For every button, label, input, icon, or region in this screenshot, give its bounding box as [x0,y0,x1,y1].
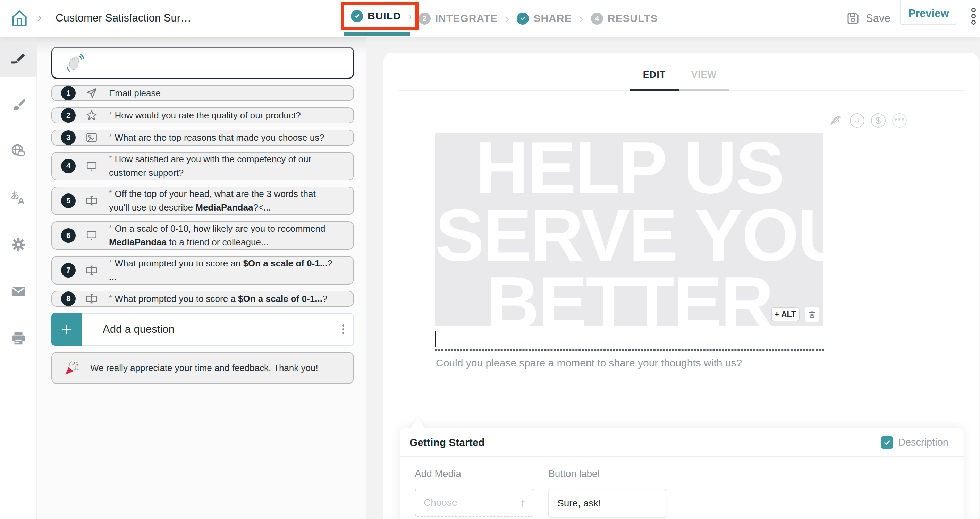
more-ellipsis-icon[interactable]: ••• [892,113,907,128]
star-icon [85,109,98,121]
add-media-label: Add Media [415,468,535,479]
monitor-icon [85,229,98,242]
sidebar-item-email[interactable] [0,271,37,311]
question-row-2[interactable]: 2*How would you rate the quality of our … [51,107,354,123]
edit-pencil-icon [10,49,26,65]
question-text: Email please [109,86,338,100]
question-list-panel: 1Email please2*How would you rate the qu… [37,37,366,519]
check-icon [883,438,891,447]
settings-gear-icon [10,236,26,252]
required-asterisk: * [109,294,112,302]
question-row-8[interactable]: 8*What prompted you to score a $On a sca… [51,291,354,307]
build-step-underline [344,32,410,37]
step-label: SHARE [533,13,571,24]
question-row-7[interactable]: 7*What prompted you to score an $On a sc… [51,256,354,284]
textfield-icon [85,292,98,305]
step-share[interactable]: SHARE [517,13,571,25]
step-label: BUILD [368,10,401,22]
trash-icon[interactable] [805,307,819,322]
sidebar-item-edit-pencil[interactable] [0,37,37,77]
editor-toolbar: $••• [829,113,907,128]
save-floppy-icon [846,11,860,26]
question-row-6[interactable]: 6*On a scale of 0-10, how likely are you… [51,221,354,250]
step-integrate[interactable]: 2INTEGRATE [418,13,498,25]
add-alt-text-button[interactable]: + ALT [771,307,800,321]
ai-quill-icon[interactable] [829,113,843,128]
plus-icon: + [51,313,82,346]
button-label-input[interactable] [548,489,666,518]
preview-button[interactable]: Preview [900,0,958,25]
thank-you-text: We really appreciate your time and feedb… [90,361,340,375]
question-row-1[interactable]: 1Email please [51,85,354,101]
panel-title: Getting Started [409,437,485,449]
thank-you-card[interactable]: We really appreciate your time and feedb… [51,352,354,384]
step-build[interactable]: BUILD› [341,2,418,30]
required-asterisk: * [109,133,112,141]
tab-view[interactable]: VIEW [679,69,729,80]
question-row-4[interactable]: 4*How satisfied are you with the compete… [51,152,354,180]
editor-canvas: EDIT VIEW $••• HELP US SERVE YOU BETTER … [366,37,980,519]
question-number: 5 [61,193,76,208]
step-check-icon [517,13,529,25]
question-number: 6 [61,228,76,243]
dashed-separator [435,350,824,351]
question-description-text[interactable]: Could you please spare a moment to share… [436,357,742,369]
upload-arrow-icon: ↑ [520,497,525,509]
waving-hand-icon [63,52,85,74]
question-text: *What are the top reasons that made you … [109,131,338,145]
question-row-5[interactable]: 5*Off the top of your head, what are the… [51,187,354,215]
question-row-3[interactable]: 3*What are the top reasons that made you… [51,129,354,145]
monitor-icon [85,160,98,172]
question-number: 7 [61,263,76,278]
kebab-menu-icon[interactable] [971,8,976,25]
step-number: 4 [591,13,603,25]
print-icon [10,331,26,347]
party-popper-icon [62,358,81,378]
step-chevron-icon: › [579,12,583,26]
textfield-icon [85,195,98,207]
globe-language-icon [10,143,26,159]
save-label: Save [866,12,891,25]
save-button[interactable]: Save [846,0,891,37]
step-results[interactable]: 4RESULTS [591,13,658,25]
emoji-smiley-icon[interactable] [850,113,864,128]
question-text: *How would you rate the quality of our p… [109,109,338,122]
sidebar-item-theme-brush[interactable] [0,84,37,124]
choose-placeholder: Choose [424,497,457,508]
description-toggle-label: Description [898,437,948,448]
add-question-button[interactable]: + Add a question [51,313,354,346]
tab-edit[interactable]: EDIT [630,69,679,80]
paper-plane-icon [85,87,98,99]
sidebar-item-settings-gear[interactable] [0,224,37,265]
question-number: 2 [61,108,76,123]
question-number: 4 [61,159,76,173]
sidebar-item-translate[interactable]: あA [0,177,37,218]
required-asterisk: * [109,188,112,197]
panel-notch [410,418,426,429]
home-icon[interactable] [10,8,29,29]
text-cursor [435,331,436,347]
question-number: 8 [61,291,76,306]
variable-dollar-icon[interactable]: $ [871,113,886,128]
add-question-kebab-icon[interactable] [342,323,344,336]
sidebar-item-globe-language[interactable] [0,131,37,171]
add-media-choose-dropdown[interactable]: Choose ↑ [415,489,535,517]
question-media-image[interactable]: HELP US SERVE YOU BETTER + ALT [435,133,824,326]
question-text: *On a scale of 0-10, how likely are you … [109,222,338,249]
breadcrumb-survey-title[interactable]: Customer Satisfaction Sur… [56,12,191,24]
step-number: 2 [418,13,431,25]
welcome-card[interactable] [51,46,354,79]
sidebar-item-print[interactable] [0,318,37,359]
question-text: *How satisfied are you with the competen… [109,153,338,180]
tab-edit-indicator [630,89,679,91]
required-asterisk: * [109,258,112,267]
required-asterisk: * [109,224,112,232]
step-check-icon [351,10,363,22]
add-question-label: Add a question [103,323,175,335]
step-chevron-icon: › [505,12,509,26]
wizard-steps: BUILD›2INTEGRATE›SHARE›4RESULTS [341,0,658,37]
tab-view-indicator [679,89,729,91]
description-checkbox[interactable] [881,436,893,449]
hero-line-2: SERVE YOU [435,203,824,267]
button-label-label: Button label [548,468,666,479]
